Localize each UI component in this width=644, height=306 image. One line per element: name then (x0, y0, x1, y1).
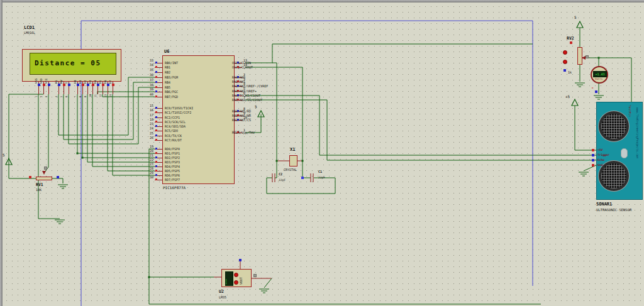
lcd-pin-state (87, 84, 89, 86)
lcd-pin-state (63, 84, 65, 86)
mcu-pin-label: RB6/PGC (165, 90, 178, 94)
mcu-pin-state (155, 111, 157, 113)
mcu-pin-state (155, 96, 157, 97)
mcu-pin-state (155, 161, 157, 163)
sonar-ref: SONAR1 (596, 202, 612, 207)
lm35-decrease-button[interactable] (234, 280, 238, 285)
mcu-pin-label: RC7/RX/DT (165, 139, 182, 142)
lcd-pin-number: 12 (99, 94, 102, 97)
voltmeter-minus: - (591, 85, 594, 90)
mcu-pin-label: RD0/PSP0 (165, 148, 180, 151)
mcu-pin-state (155, 90, 157, 92)
mcu-pin-number: 26 (145, 136, 153, 139)
mcu-pin-number: 24 (145, 127, 153, 130)
lcd-pin-number: 14 (109, 94, 112, 97)
mcu-pin-state (155, 165, 157, 167)
sonar-pin-label: Gnd (597, 163, 602, 167)
mcu-pin-number: 27 (145, 163, 153, 166)
lcd-pin-number: 8 (79, 96, 82, 97)
crystal-label: CRYSTAL (284, 168, 297, 172)
mcu-pin-state (155, 174, 157, 176)
crystal-body[interactable] (289, 155, 297, 167)
cap2-ref: C2 (279, 172, 282, 176)
mcu-pin-label: RC2/CCP1 (165, 116, 180, 119)
mcu-pin-state (155, 66, 157, 68)
mcu-pin-number: 19 (145, 145, 153, 148)
lcd-pin-number: 10 (89, 94, 92, 97)
mcu-pin-number: 17 (145, 114, 153, 117)
mcu-pin-label: RC4/SDI/SDA (165, 125, 186, 128)
mcu-pin-number: 40 (145, 93, 153, 96)
svg-text:5: 5 (574, 15, 577, 19)
mcu-pin-state (155, 148, 157, 150)
sonar-body[interactable]: TestPin www.TheEngineeringProjects.com (596, 102, 643, 200)
lcd-pin-state (112, 84, 114, 86)
lcd-pin-number: 13 (104, 94, 107, 97)
lcd-pin-state (58, 84, 60, 86)
mcu-pin-number: 37 (145, 79, 153, 82)
sonar-pin-label: +5V (597, 148, 602, 151)
rv2-body[interactable] (577, 47, 582, 65)
mcu-pin-number: 23 (145, 123, 153, 126)
voltmeter-neg-state (595, 90, 597, 93)
mcu-pin-number: 36 (145, 74, 153, 77)
sonar-pin-label: Echo (597, 158, 604, 161)
lcd-pin-state (102, 84, 104, 86)
svg-text:5: 5 (255, 104, 257, 109)
drag-handle[interactable] (44, 167, 47, 170)
lcd-pin-state (77, 84, 79, 86)
sonar-subtitle: ULTRASONIC SENSOR (596, 208, 631, 212)
mcu-pin-label: RB7/PGD (165, 96, 178, 99)
rv2-bottom-state (564, 69, 566, 72)
lcd-pin-number: 1 (35, 96, 38, 97)
lcd-pin-state (92, 84, 94, 86)
lcd-pin-number: 3 (45, 96, 48, 97)
rv2-increase-button[interactable] (563, 50, 567, 55)
lcd-pin-state (82, 84, 84, 86)
mcu-pin-label: RD2/PSP2 (165, 156, 180, 160)
rv1-body[interactable] (36, 177, 52, 180)
svg-text:5: 5 (3, 153, 5, 157)
rv1-ref: RV1 (36, 182, 43, 187)
sonar-pin-state (592, 154, 594, 156)
lcd-display[interactable]: Distance = 05 (22, 49, 121, 82)
voltmeter[interactable]: +1.43 Volts (591, 66, 608, 84)
rv1-left-state (29, 176, 31, 178)
crystal-ref: X1 (290, 147, 295, 152)
lcd-screen-text: Distance = 05 (35, 59, 101, 67)
mcu-pin-label: RC1/T1OSI/CCP2 (165, 111, 191, 114)
lm35-body[interactable]: 150 VOUT (221, 269, 252, 287)
mcu-pin-state (155, 170, 157, 172)
rv2-ref: RV2 (567, 36, 574, 41)
drag-handle[interactable] (586, 55, 589, 58)
lm35-increase-button[interactable] (234, 273, 238, 277)
rv2-top-state (570, 41, 572, 44)
schematic-canvas[interactable]: 555+5 LCD1 LM016L Distance = 05 U6 PIC16… (0, 0, 644, 306)
mcu-pin-number: 15 (145, 104, 153, 107)
drag-handle[interactable] (253, 274, 257, 277)
window-left-edge (0, 0, 3, 306)
lm35-part: LM35 (219, 295, 226, 299)
mcu-pin-state (155, 139, 157, 141)
mcu-pin-label: RB4 (165, 81, 170, 84)
mcu-pin-label: RD7/PSP7 (165, 178, 180, 182)
lm35-display: 150 (225, 271, 233, 286)
mcu-pin-label: RB2 (165, 71, 170, 74)
rv2-decrease-button[interactable] (563, 60, 567, 64)
rv1-value: 10K (36, 188, 42, 192)
mcu-pin-number: 30 (145, 176, 153, 179)
mcu-pin-state (155, 152, 157, 154)
mcu-pin-number: 20 (145, 150, 153, 153)
svg-text:+5: +5 (565, 94, 570, 99)
lcd-pin-state (97, 84, 99, 86)
mcu-pin-state (155, 121, 157, 123)
mcu-pin-state (155, 134, 157, 136)
lcd-pin-state (43, 84, 45, 86)
mcu-pin-number: 39 (145, 88, 153, 91)
mcu-pin-state (155, 116, 157, 118)
mcu-pin-state (155, 178, 157, 180)
mcu-part: PIC16F877A (163, 185, 186, 190)
mcu-ref: U6 (164, 49, 169, 54)
rv2-value: 1k (568, 70, 572, 74)
lcd-pin-name: VSS (35, 79, 38, 84)
